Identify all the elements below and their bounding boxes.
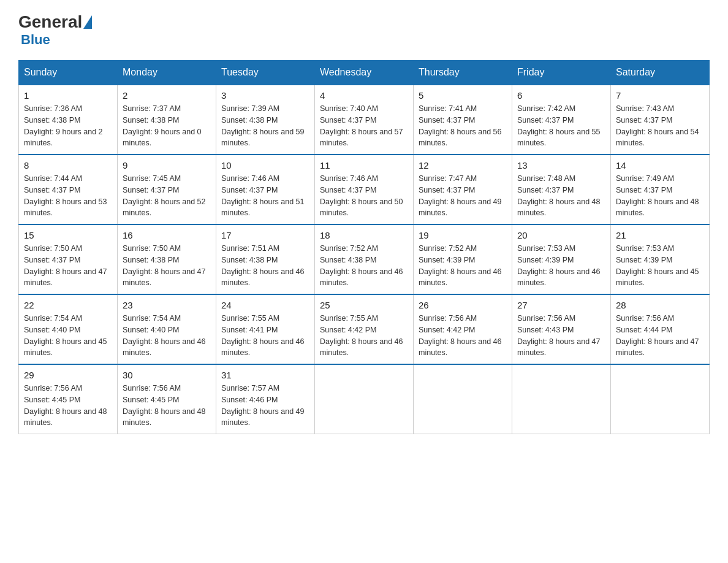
day-cell: 8 Sunrise: 7:44 AM Sunset: 4:37 PM Dayli…: [19, 155, 118, 224]
day-info: Sunrise: 7:46 AM Sunset: 4:37 PM Dayligh…: [320, 173, 408, 219]
day-cell: 30 Sunrise: 7:56 AM Sunset: 4:45 PM Dayl…: [118, 364, 216, 434]
day-info: Sunrise: 7:56 AM Sunset: 4:45 PM Dayligh…: [24, 383, 112, 429]
day-number: 18: [320, 230, 408, 240]
calendar-table: SundayMondayTuesdayWednesdayThursdayFrid…: [18, 60, 710, 434]
day-number: 23: [123, 300, 211, 310]
day-number: 16: [123, 230, 211, 240]
day-number: 6: [517, 90, 605, 101]
logo: General Blue: [18, 12, 93, 48]
header-thursday: Thursday: [414, 61, 512, 85]
day-number: 20: [517, 230, 605, 240]
day-cell: 25 Sunrise: 7:55 AM Sunset: 4:42 PM Dayl…: [315, 294, 414, 364]
day-number: 11: [320, 160, 408, 170]
day-number: 7: [616, 90, 704, 101]
day-number: 30: [123, 370, 211, 380]
header-wednesday: Wednesday: [315, 61, 414, 85]
day-cell: 29 Sunrise: 7:56 AM Sunset: 4:45 PM Dayl…: [19, 364, 118, 434]
day-number: 19: [419, 230, 507, 240]
day-info: Sunrise: 7:48 AM Sunset: 4:37 PM Dayligh…: [517, 173, 605, 219]
week-row-3: 15 Sunrise: 7:50 AM Sunset: 4:37 PM Dayl…: [19, 224, 710, 294]
day-cell: 31 Sunrise: 7:57 AM Sunset: 4:46 PM Dayl…: [216, 364, 315, 434]
day-info: Sunrise: 7:52 AM Sunset: 4:39 PM Dayligh…: [419, 243, 507, 289]
day-number: 26: [419, 300, 507, 310]
day-cell: 20 Sunrise: 7:53 AM Sunset: 4:39 PM Dayl…: [512, 224, 611, 294]
day-cell: 4 Sunrise: 7:40 AM Sunset: 4:37 PM Dayli…: [315, 85, 414, 155]
day-cell: 6 Sunrise: 7:42 AM Sunset: 4:37 PM Dayli…: [512, 85, 611, 155]
day-info: Sunrise: 7:43 AM Sunset: 4:37 PM Dayligh…: [616, 103, 704, 149]
day-info: Sunrise: 7:51 AM Sunset: 4:38 PM Dayligh…: [221, 243, 309, 289]
day-number: 4: [320, 90, 408, 101]
day-info: Sunrise: 7:56 AM Sunset: 4:44 PM Dayligh…: [616, 313, 704, 359]
day-info: Sunrise: 7:50 AM Sunset: 4:38 PM Dayligh…: [123, 243, 211, 289]
page-header: General Blue: [18, 12, 710, 48]
day-cell: [611, 364, 710, 434]
day-info: Sunrise: 7:55 AM Sunset: 4:41 PM Dayligh…: [221, 313, 309, 359]
day-number: 17: [221, 230, 309, 240]
day-number: 21: [616, 230, 704, 240]
day-cell: 15 Sunrise: 7:50 AM Sunset: 4:37 PM Dayl…: [19, 224, 118, 294]
day-cell: 18 Sunrise: 7:52 AM Sunset: 4:38 PM Dayl…: [315, 224, 414, 294]
day-info: Sunrise: 7:56 AM Sunset: 4:42 PM Dayligh…: [419, 313, 507, 359]
day-cell: 28 Sunrise: 7:56 AM Sunset: 4:44 PM Dayl…: [611, 294, 710, 364]
day-number: 25: [320, 300, 408, 310]
day-number: 1: [24, 90, 112, 101]
day-cell: 19 Sunrise: 7:52 AM Sunset: 4:39 PM Dayl…: [414, 224, 512, 294]
week-row-5: 29 Sunrise: 7:56 AM Sunset: 4:45 PM Dayl…: [19, 364, 710, 434]
day-info: Sunrise: 7:54 AM Sunset: 4:40 PM Dayligh…: [123, 313, 211, 359]
day-number: 14: [616, 160, 704, 170]
day-number: 15: [24, 230, 112, 240]
day-cell: 17 Sunrise: 7:51 AM Sunset: 4:38 PM Dayl…: [216, 224, 315, 294]
day-info: Sunrise: 7:57 AM Sunset: 4:46 PM Dayligh…: [221, 383, 309, 429]
logo-blue-text: Blue: [21, 32, 50, 48]
day-info: Sunrise: 7:49 AM Sunset: 4:37 PM Dayligh…: [616, 173, 704, 219]
day-info: Sunrise: 7:42 AM Sunset: 4:37 PM Dayligh…: [517, 103, 605, 149]
header-saturday: Saturday: [611, 61, 710, 85]
day-cell: [315, 364, 414, 434]
day-info: Sunrise: 7:39 AM Sunset: 4:38 PM Dayligh…: [221, 103, 309, 149]
day-info: Sunrise: 7:55 AM Sunset: 4:42 PM Dayligh…: [320, 313, 408, 359]
day-cell: 22 Sunrise: 7:54 AM Sunset: 4:40 PM Dayl…: [19, 294, 118, 364]
day-cell: 1 Sunrise: 7:36 AM Sunset: 4:38 PM Dayli…: [19, 85, 118, 155]
day-cell: 9 Sunrise: 7:45 AM Sunset: 4:37 PM Dayli…: [118, 155, 216, 224]
day-cell: 12 Sunrise: 7:47 AM Sunset: 4:37 PM Dayl…: [414, 155, 512, 224]
day-info: Sunrise: 7:37 AM Sunset: 4:38 PM Dayligh…: [123, 103, 211, 149]
day-cell: [512, 364, 611, 434]
days-header-row: SundayMondayTuesdayWednesdayThursdayFrid…: [19, 61, 710, 85]
day-cell: 13 Sunrise: 7:48 AM Sunset: 4:37 PM Dayl…: [512, 155, 611, 224]
day-number: 24: [221, 300, 309, 310]
day-info: Sunrise: 7:41 AM Sunset: 4:37 PM Dayligh…: [419, 103, 507, 149]
day-number: 8: [24, 160, 112, 170]
day-cell: 27 Sunrise: 7:56 AM Sunset: 4:43 PM Dayl…: [512, 294, 611, 364]
day-cell: 21 Sunrise: 7:53 AM Sunset: 4:39 PM Dayl…: [611, 224, 710, 294]
day-number: 10: [221, 160, 309, 170]
day-number: 9: [123, 160, 211, 170]
week-row-1: 1 Sunrise: 7:36 AM Sunset: 4:38 PM Dayli…: [19, 85, 710, 155]
week-row-4: 22 Sunrise: 7:54 AM Sunset: 4:40 PM Dayl…: [19, 294, 710, 364]
day-number: 28: [616, 300, 704, 310]
day-number: 5: [419, 90, 507, 101]
day-info: Sunrise: 7:52 AM Sunset: 4:38 PM Dayligh…: [320, 243, 408, 289]
logo-triangle-icon: [83, 15, 92, 29]
day-info: Sunrise: 7:45 AM Sunset: 4:37 PM Dayligh…: [123, 173, 211, 219]
day-cell: 11 Sunrise: 7:46 AM Sunset: 4:37 PM Dayl…: [315, 155, 414, 224]
day-cell: [414, 364, 512, 434]
day-info: Sunrise: 7:53 AM Sunset: 4:39 PM Dayligh…: [616, 243, 704, 289]
header-monday: Monday: [118, 61, 216, 85]
day-number: 22: [24, 300, 112, 310]
day-info: Sunrise: 7:53 AM Sunset: 4:39 PM Dayligh…: [517, 243, 605, 289]
day-cell: 26 Sunrise: 7:56 AM Sunset: 4:42 PM Dayl…: [414, 294, 512, 364]
week-row-2: 8 Sunrise: 7:44 AM Sunset: 4:37 PM Dayli…: [19, 155, 710, 224]
day-info: Sunrise: 7:46 AM Sunset: 4:37 PM Dayligh…: [221, 173, 309, 219]
header-friday: Friday: [512, 61, 611, 85]
logo-general-text: General: [18, 12, 82, 32]
day-number: 12: [419, 160, 507, 170]
day-info: Sunrise: 7:54 AM Sunset: 4:40 PM Dayligh…: [24, 313, 112, 359]
day-cell: 23 Sunrise: 7:54 AM Sunset: 4:40 PM Dayl…: [118, 294, 216, 364]
day-info: Sunrise: 7:50 AM Sunset: 4:37 PM Dayligh…: [24, 243, 112, 289]
day-cell: 16 Sunrise: 7:50 AM Sunset: 4:38 PM Dayl…: [118, 224, 216, 294]
day-cell: 2 Sunrise: 7:37 AM Sunset: 4:38 PM Dayli…: [118, 85, 216, 155]
day-info: Sunrise: 7:36 AM Sunset: 4:38 PM Dayligh…: [24, 103, 112, 149]
day-cell: 24 Sunrise: 7:55 AM Sunset: 4:41 PM Dayl…: [216, 294, 315, 364]
header-tuesday: Tuesday: [216, 61, 315, 85]
day-number: 3: [221, 90, 309, 101]
